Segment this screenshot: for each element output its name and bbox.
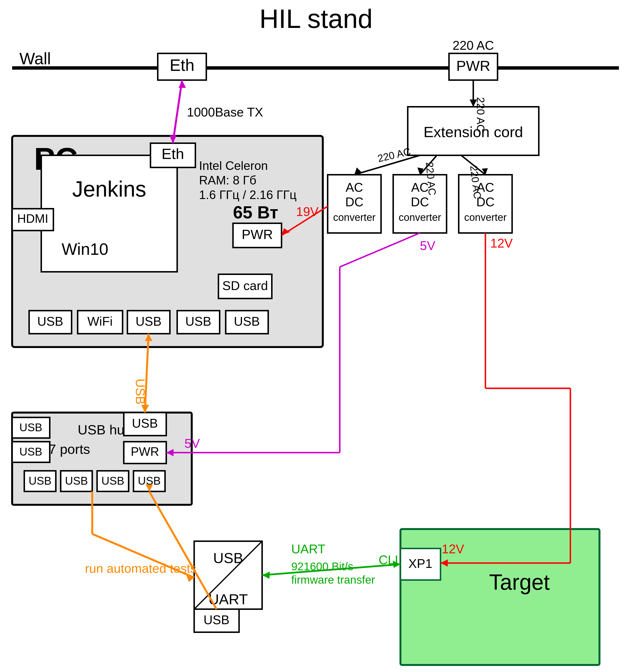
acdc-3-conv: converter (464, 212, 507, 223)
ac-220-to-1: 220 AC (376, 146, 412, 164)
ac-220-label: 220 AC (453, 38, 494, 52)
eth-wall-label: Eth (170, 56, 194, 74)
hub-usb5-label: USB (101, 475, 124, 487)
power-label: 65 Вт (233, 202, 278, 222)
run-tests-label: run automated tests (85, 561, 197, 575)
uart-left-arrow (262, 572, 270, 579)
hub-usb1-label: USB (19, 421, 43, 434)
ac-220-vertical-label: 220 AC (475, 97, 487, 132)
usb-hub-ports: 7 ports (49, 441, 90, 457)
uart-label: UART (291, 542, 325, 556)
xp1-label: XP1 (409, 556, 432, 571)
sd-card-label: SD card (222, 279, 268, 293)
acdc-2-dc: DC (411, 195, 429, 209)
cpu-label: 1.6 ГГц / 2.16 ГГц (199, 188, 297, 202)
intel-label: Intel Celeron (199, 159, 268, 172)
baud-label: 921600 Bit/s (291, 560, 354, 573)
hdmi-label: HDMI (17, 212, 48, 225)
jenkins-label: Jenkins (72, 177, 146, 201)
eth-up-arrow (179, 80, 186, 88)
usb4-label: USB (234, 314, 260, 328)
v12-label: 12V (442, 542, 464, 556)
fw-transfer-label: firmware transfer (291, 574, 375, 586)
usb-uart-usb: USB (213, 550, 243, 566)
v19-label: 19V (296, 205, 319, 219)
wifi-label: WiFi (88, 314, 113, 328)
acdc-1-conv: converter (333, 212, 375, 223)
usb-bottom-label: USB (204, 613, 229, 627)
v5-line1 (340, 233, 420, 267)
cli-label: CLI (379, 553, 398, 567)
ram-label: RAM: 8 Гб (199, 173, 256, 187)
wall-label: Wall (19, 49, 51, 68)
v5-label: 5V (185, 436, 200, 451)
extension-cord-label: Extension cord (423, 123, 523, 140)
hub-usb4-label: USB (65, 475, 88, 487)
usb2-label: USB (136, 314, 162, 328)
hub-usb3-label: USB (29, 475, 52, 487)
target-label: Target (489, 570, 550, 594)
page-title: HIL stand (260, 4, 373, 33)
eth-bidirectional-line (173, 80, 182, 143)
win10-label: Win10 (62, 240, 108, 258)
acdc-2-conv: converter (398, 212, 441, 223)
acdc-1-ac: AC (346, 180, 363, 194)
pwr-wall-label: PWR (456, 58, 490, 74)
v5-source-label: 5V (420, 239, 435, 253)
usb-hub-conn-label: USB (132, 416, 158, 430)
base-tx-label: 1000Base TX (187, 105, 263, 119)
usb3-label: USB (186, 314, 211, 328)
pwr-pc-label: PWR (242, 227, 273, 242)
v12-source-label: 12V (490, 236, 513, 250)
eth-pc-label: Eth (162, 145, 184, 162)
acdc-1-dc: DC (345, 195, 363, 209)
usb-hub-down-arrow (141, 405, 149, 413)
pwr-hub-label: PWR (131, 445, 159, 458)
usb-line-label: USB (133, 379, 147, 405)
usb1-label: USB (38, 314, 63, 328)
hub-usb2-label: USB (19, 445, 43, 458)
